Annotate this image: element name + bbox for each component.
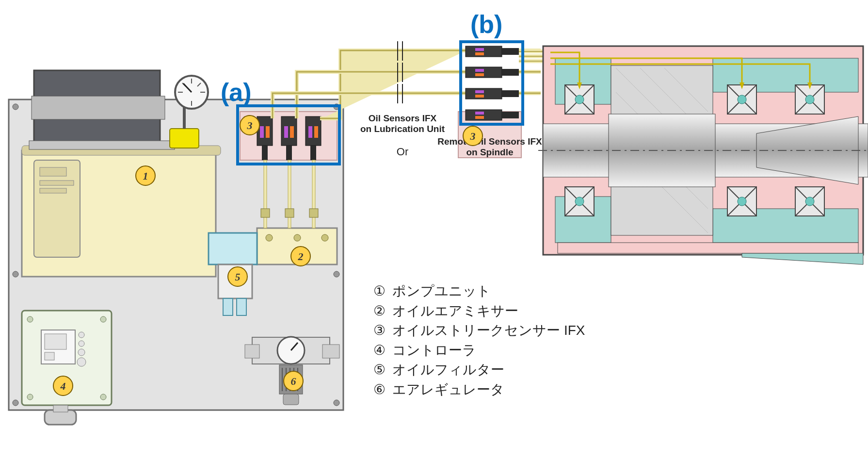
label-oil-sensors-right-1: Remote Oil Sensors IFX xyxy=(437,136,542,147)
svg-rect-78 xyxy=(283,394,299,405)
balloon-2: 2 xyxy=(291,247,310,266)
svg-point-5 xyxy=(13,400,18,406)
svg-rect-51 xyxy=(266,126,270,138)
svg-point-136 xyxy=(575,95,584,104)
svg-rect-56 xyxy=(286,146,292,160)
svg-rect-50 xyxy=(260,126,264,138)
svg-rect-14 xyxy=(32,96,165,119)
legend-item-1: ①ポンプユニット xyxy=(373,281,585,301)
legend-item-3: ③オイルストリークセンサー IFX xyxy=(373,321,585,341)
svg-rect-15 xyxy=(29,141,175,149)
svg-rect-99 xyxy=(475,112,484,115)
svg-point-37 xyxy=(77,358,86,366)
svg-rect-96 xyxy=(475,95,484,98)
svg-rect-89 xyxy=(502,48,519,55)
svg-rect-44 xyxy=(209,233,257,264)
label-or: Or xyxy=(397,146,408,158)
svg-point-41 xyxy=(266,234,273,241)
svg-rect-59 xyxy=(314,126,318,138)
svg-point-27 xyxy=(27,316,33,322)
svg-rect-69 xyxy=(322,345,339,358)
balloon-6: 6 xyxy=(284,371,303,391)
svg-point-34 xyxy=(79,332,84,338)
svg-text:2: 2 xyxy=(298,250,304,263)
svg-rect-53 xyxy=(281,116,297,146)
svg-text:4: 4 xyxy=(60,380,66,392)
svg-marker-146 xyxy=(742,253,863,264)
svg-rect-16 xyxy=(170,129,199,148)
svg-rect-33 xyxy=(45,352,54,360)
svg-rect-68 xyxy=(245,345,259,358)
svg-text:3: 3 xyxy=(470,130,476,142)
svg-point-42 xyxy=(294,234,301,241)
svg-text:6: 6 xyxy=(291,375,296,387)
svg-rect-57 xyxy=(305,116,321,146)
svg-point-139 xyxy=(738,197,746,206)
legend-item-2: ②オイルエアミキサー xyxy=(373,301,585,321)
svg-rect-100 xyxy=(475,116,484,119)
svg-rect-39 xyxy=(53,405,68,412)
svg-point-36 xyxy=(78,349,85,356)
svg-rect-54 xyxy=(284,126,288,138)
callout-b: (b) xyxy=(470,10,502,39)
svg-rect-145 xyxy=(558,243,858,253)
svg-point-141 xyxy=(805,197,814,206)
svg-rect-97 xyxy=(502,90,519,97)
svg-rect-11 xyxy=(40,181,74,185)
balloon-3-left: 3 xyxy=(240,116,259,135)
label-oil-sensors-left-1: Oil Sensors IFX xyxy=(369,113,437,123)
label-oil-sensors-right-2: on Spindle xyxy=(466,147,513,157)
svg-rect-95 xyxy=(475,90,484,93)
svg-rect-63 xyxy=(312,160,315,228)
svg-point-6 xyxy=(334,400,339,406)
svg-rect-46 xyxy=(223,298,233,315)
svg-point-4 xyxy=(334,271,339,277)
svg-point-1 xyxy=(13,104,18,110)
svg-rect-65 xyxy=(285,209,294,217)
svg-rect-88 xyxy=(475,52,484,55)
svg-rect-87 xyxy=(475,48,484,51)
svg-point-30 xyxy=(100,394,106,400)
label-oil-sensors-left-2: on Lubrication Unit xyxy=(360,124,445,134)
svg-point-35 xyxy=(79,341,84,346)
balloon-4: 4 xyxy=(53,376,73,396)
spindle-section xyxy=(538,46,868,264)
svg-rect-49 xyxy=(257,116,273,146)
svg-text:3: 3 xyxy=(247,119,253,132)
svg-point-28 xyxy=(100,316,106,322)
svg-rect-10 xyxy=(40,167,66,176)
callout-a: (a) xyxy=(221,78,252,107)
svg-point-43 xyxy=(321,234,328,241)
svg-rect-93 xyxy=(502,69,519,76)
svg-rect-12 xyxy=(40,188,66,193)
svg-point-3 xyxy=(13,271,18,277)
legend: ①ポンプユニット ②オイルエアミキサー ③オイルストリークセンサー IFX ④コ… xyxy=(373,281,585,400)
svg-rect-61 xyxy=(264,160,267,228)
pump-unit xyxy=(22,70,221,277)
svg-rect-92 xyxy=(475,73,484,76)
svg-point-29 xyxy=(27,394,33,400)
svg-text:1: 1 xyxy=(143,170,148,182)
svg-rect-32 xyxy=(45,334,66,349)
svg-rect-64 xyxy=(261,209,270,217)
balloon-5: 5 xyxy=(228,267,247,286)
svg-rect-58 xyxy=(308,126,312,138)
balloon-1: 1 xyxy=(136,166,155,185)
legend-item-4: ④コントローラ xyxy=(373,341,585,361)
svg-point-138 xyxy=(738,95,746,104)
svg-rect-55 xyxy=(290,126,294,138)
svg-rect-60 xyxy=(310,146,316,160)
svg-rect-101 xyxy=(502,112,519,118)
legend-item-6: ⑥エアレギュレータ xyxy=(373,380,585,400)
svg-rect-91 xyxy=(475,69,484,72)
svg-rect-66 xyxy=(309,209,318,217)
svg-rect-47 xyxy=(237,298,246,315)
balloon-3-right: 3 xyxy=(463,126,482,146)
svg-point-137 xyxy=(575,197,584,206)
svg-rect-52 xyxy=(262,146,268,160)
svg-text:5: 5 xyxy=(235,271,241,283)
svg-point-140 xyxy=(805,95,814,104)
svg-rect-62 xyxy=(288,160,291,228)
legend-item-5: ⑤オイルフィルター xyxy=(373,360,585,380)
